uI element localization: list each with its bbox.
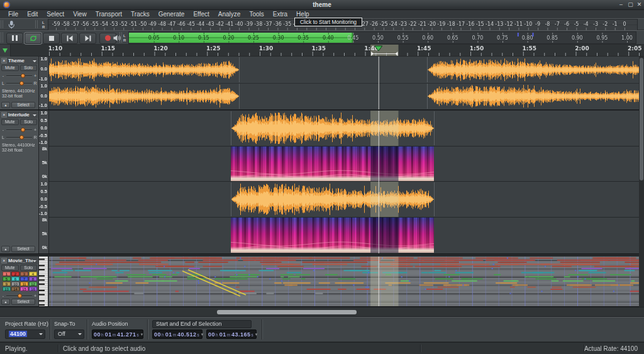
minimize-button[interactable]: – — [617, 1, 625, 9]
toolbar-grip[interactable] — [1, 32, 4, 43]
snap-to-combo[interactable]: Off — [54, 329, 84, 339]
select-button[interactable]: Select — [11, 102, 35, 108]
mute-button[interactable]: Mute — [1, 265, 19, 271]
midi-channel-2-button[interactable]: 2 — [11, 272, 19, 276]
menu-select[interactable]: Select — [42, 10, 69, 18]
collapse-button[interactable]: ▲ — [1, 246, 10, 252]
pan-slider[interactable]: L R — [1, 80, 37, 87]
skip-to-start-button[interactable] — [61, 33, 78, 44]
menu-effect[interactable]: Effect — [189, 10, 213, 18]
solo-button[interactable]: Solo — [20, 265, 38, 271]
toolbar-grip[interactable] — [1, 20, 4, 28]
midi-channel-8-button[interactable]: 8 — [29, 277, 37, 281]
track-name[interactable]: Movie_Theme — [8, 258, 33, 263]
gain-slider[interactable]: - + — [1, 72, 37, 79]
mute-button[interactable]: Mute — [1, 119, 19, 125]
vertical-scrollbar[interactable] — [639, 57, 644, 307]
meter-channel-label: L — [42, 21, 45, 25]
select-button[interactable]: Select — [11, 246, 35, 252]
pan-slider-thumb[interactable] — [19, 135, 24, 140]
pause-button[interactable] — [6, 33, 23, 44]
midi-channel-5-button[interactable]: 5 — [3, 277, 11, 281]
time-unit: m — [113, 333, 116, 337]
chevron-down-icon: ▾ — [141, 332, 143, 337]
chevron-down-icon: ▾ — [201, 332, 204, 337]
loop-play-button[interactable] — [25, 33, 42, 44]
track-theme-header[interactable]: ✕ Theme Mute Solo - + L R — [0, 57, 39, 109]
track-title-bar[interactable]: ✕ Interlude — [1, 111, 38, 118]
theme-track-waveform-canvas[interactable] — [49, 57, 639, 109]
midi-channel-3-button[interactable]: 3 — [20, 272, 28, 276]
midi-track-pianoroll-canvas[interactable] — [39, 257, 639, 306]
meter-channel-label: L — [123, 34, 126, 38]
track-movie-theme-header[interactable]: ✕ Movie_Theme Mute Solo 1234567891011121… — [0, 257, 39, 306]
midi-channel-13-button[interactable]: 13 — [3, 287, 11, 291]
midi-channel-11-button[interactable]: 11 — [20, 282, 28, 286]
audio-position-field[interactable]: 00h01m41.271s▾ — [92, 329, 143, 339]
track-close-icon[interactable]: ✕ — [1, 258, 7, 263]
vertical-scrollbar-thumb[interactable] — [640, 58, 643, 180]
track-menu-caret-icon[interactable] — [33, 60, 36, 64]
track-name[interactable]: Interlude — [8, 112, 33, 118]
midi-channel-14-button[interactable]: 14 — [11, 287, 19, 291]
midi-channel-12-button[interactable]: 12 — [29, 282, 37, 286]
collapse-button[interactable]: ▲ — [1, 299, 10, 305]
gain-slider-thumb[interactable] — [21, 74, 25, 78]
velocity-slider-thumb[interactable] — [18, 294, 22, 298]
status-bar: Playing. Click and drag to select audio … — [0, 342, 644, 354]
selection-start-field[interactable]: 00h01m40.512s▾ — [152, 329, 203, 339]
selection-end-field[interactable]: 00h01m43.165s▾ — [206, 329, 257, 339]
stop-button[interactable] — [43, 33, 60, 44]
toolbar-grip[interactable] — [35, 20, 39, 28]
menu-analyze[interactable]: Analyze — [214, 10, 245, 18]
track-title-bar[interactable]: ✕ Theme — [1, 57, 38, 64]
track-interlude-header[interactable]: ✕ Interlude Mute Solo - + L R — [0, 111, 39, 253]
midi-channel-9-button[interactable]: 9 — [3, 282, 11, 286]
menu-tools[interactable]: Tools — [245, 10, 268, 18]
interlude-track-multiview-canvas[interactable] — [49, 111, 639, 253]
horizontal-scrollbar-thumb[interactable] — [217, 310, 357, 314]
track-name[interactable]: Theme — [8, 58, 33, 64]
vertical-scale-ruler[interactable]: 1.00.0-1.01.00.0-1.0 — [39, 57, 49, 109]
horizontal-scrollbar[interactable] — [0, 307, 644, 317]
track-title-bar[interactable]: ✕ Movie_Theme — [1, 257, 38, 264]
select-button[interactable]: Select — [11, 299, 35, 305]
midi-channel-7-button[interactable]: 7 — [20, 277, 28, 281]
skip-to-end-button[interactable] — [79, 33, 96, 44]
track-menu-caret-icon[interactable] — [33, 114, 36, 118]
menu-extra[interactable]: Extra — [269, 10, 292, 18]
scale-label: 8k — [42, 147, 47, 152]
midi-channel-1-button[interactable]: 1 — [3, 272, 11, 276]
selection-toolbar: Project Rate (Hz) 44100 Snap-To Off Audi… — [0, 317, 644, 342]
track-close-icon[interactable]: ✕ — [1, 58, 7, 64]
solo-button[interactable]: Solo — [20, 65, 38, 71]
project-rate-combo[interactable]: 44100 — [5, 329, 45, 339]
solo-button[interactable]: Solo — [20, 119, 38, 125]
time-unit: h — [162, 333, 164, 337]
menu-transport[interactable]: Transport — [91, 10, 126, 18]
pan-slider[interactable]: L R — [1, 134, 37, 141]
playback-meter[interactable] — [128, 31, 636, 44]
close-button[interactable]: ✕ — [635, 1, 643, 9]
midi-channel-16-button[interactable]: 16 — [29, 287, 37, 291]
menu-view[interactable]: View — [69, 10, 91, 18]
midi-channel-6-button[interactable]: 6 — [11, 277, 19, 281]
midi-channel-15-button[interactable]: 15 — [20, 287, 28, 291]
menu-edit[interactable]: Edit — [23, 10, 42, 18]
vertical-scale-ruler[interactable]: 1.00.50.0-0.5-1.08k5k0k1.00.50.0-0.5-1.0… — [39, 111, 49, 253]
gain-slider[interactable]: - + — [1, 126, 37, 133]
mute-button[interactable]: Mute — [1, 65, 19, 71]
midi-channel-10-button[interactable]: 10 — [11, 282, 19, 286]
selection-mode-combo[interactable]: Start and End of Selection — [152, 320, 252, 328]
timeline-ruler[interactable] — [0, 45, 644, 57]
collapse-button[interactable]: ▲ — [1, 102, 10, 108]
pan-slider-thumb[interactable] — [19, 81, 24, 86]
track-close-icon[interactable]: ✕ — [1, 112, 7, 118]
midi-channel-4-button[interactable]: 4 — [29, 272, 37, 276]
gain-slider-thumb[interactable] — [21, 128, 25, 132]
menu-file[interactable]: File — [4, 10, 23, 18]
track-menu-caret-icon[interactable] — [33, 260, 36, 264]
menu-tracks[interactable]: Tracks — [126, 10, 154, 18]
maximize-button[interactable]: ▢ — [626, 1, 635, 9]
menu-generate[interactable]: Generate — [154, 10, 189, 18]
